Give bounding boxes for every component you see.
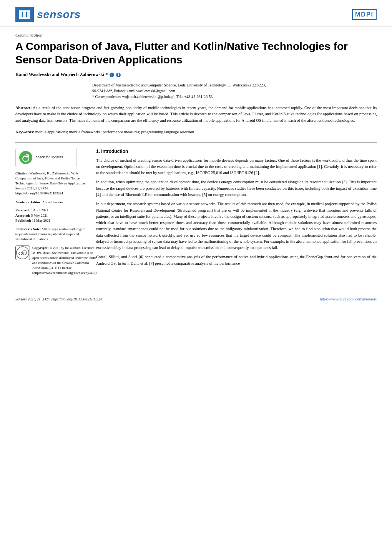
keywords-label: Keywords: <box>15 130 34 134</box>
mdpi-logo-text: MDPI <box>352 9 377 20</box>
published-line: Published: 11 May 2021 <box>15 218 88 224</box>
authors-line: Kamil Wasilewski and Wojciech Zabierowsk… <box>15 72 377 78</box>
affiliation-block: Department of Microelectronic and Comput… <box>92 82 377 100</box>
svg-text:i: i <box>23 251 24 255</box>
section1-heading: 1. Introduction <box>96 148 377 155</box>
academic-editor-block: Academic Editor: Ahmet Kondoz <box>15 200 88 205</box>
header: sensors MDPI <box>0 0 392 27</box>
sensors-logo-box <box>15 7 34 22</box>
section1-number: 1. <box>96 149 100 154</box>
copyright-text: Copyright: © 2021 by the authors. Licens… <box>32 245 98 275</box>
footer-citation: Sensors 2021, 21, 3324. https://doi.org/… <box>15 297 102 301</box>
cc-svg: cc i <box>16 245 30 260</box>
orcid-icon-2: i <box>116 73 121 77</box>
page-footer: Sensors 2021, 21, 3324. https://doi.org/… <box>0 294 392 304</box>
svg-point-9 <box>22 250 27 255</box>
affiliation-line2: 90-924 Łódź, Poland; kamil.wasilewskki@g… <box>92 88 377 94</box>
orcid-icon-1: i <box>110 73 114 77</box>
copyright-label: Copyright: <box>32 246 49 250</box>
cc-icon: cc i <box>15 245 30 260</box>
authors-text: Kamil Wasilewski and Wojciech Zabierowsk… <box>15 72 108 77</box>
accepted-date: 5 May 2021 <box>31 214 48 217</box>
svg-rect-5 <box>19 17 30 19</box>
section1-para4: Corral, Sillitti, and Succi [6] conducte… <box>96 254 377 267</box>
check-updates-text: check for updates <box>36 155 63 160</box>
section1-title: Introduction <box>101 149 128 154</box>
received-date: 6 April 2021 <box>31 208 48 212</box>
article-type: Communication <box>15 33 377 37</box>
publisher-logo: MDPI <box>352 9 377 20</box>
cc-license-block: cc i Copyright: © 2021 by the authors. L… <box>15 245 88 275</box>
section1-para1: The choice of method of creating sensor … <box>96 158 377 176</box>
keywords-section: Keywords: mobile applications; mobile fr… <box>15 129 377 135</box>
article-title: A Comparison of Java, Flutter and Kotlin… <box>15 40 377 66</box>
received-label: Received: <box>15 208 30 212</box>
abstract-section: Abstract: As a result of the continuous … <box>15 105 377 124</box>
citation-block: Citation: Wasilewski, K.; Zabierowski, W… <box>15 171 88 196</box>
affiliation-line3: * Correspondence: wojciech.zabierowskki@… <box>92 94 377 100</box>
journal-name: sensors <box>37 8 81 21</box>
academic-editor-name: Ahmet Kondoz <box>42 200 63 204</box>
left-column: check for updates Citation: Wasilewski, … <box>15 148 88 279</box>
published-date: 11 May 2021 <box>32 219 50 222</box>
section1-para3: In our department, we research systems b… <box>96 201 377 251</box>
affiliation-line1: Department of Microelectronic and Comput… <box>92 82 377 88</box>
main-content: Communication A Comparison of Java, Flut… <box>0 27 392 286</box>
sensors-logo-svg <box>18 9 32 20</box>
citation-label: Citation: <box>15 171 29 175</box>
journal-logo-group: sensors <box>15 7 81 22</box>
received-line: Received: 6 April 2021 <box>15 208 88 213</box>
publisher-note-block: Publisher's Note: MDPI stays neutral wit… <box>15 227 88 242</box>
copyright-body: © 2021 by the authors. Licensee MDPI, Ba… <box>32 246 98 275</box>
accepted-line: Accepted: 5 May 2021 <box>15 213 88 219</box>
svg-point-6 <box>19 151 32 164</box>
two-column-layout: check for updates Citation: Wasilewski, … <box>15 148 377 279</box>
keywords-text: mobile applications; mobile frameworks; … <box>35 130 194 134</box>
academic-editor-label: Academic Editor: <box>15 200 42 204</box>
publisher-note-label: Publisher's Note: <box>15 227 41 231</box>
check-updates-icon <box>19 151 33 164</box>
check-for-updates-badge[interactable]: check for updates <box>15 148 77 167</box>
svg-rect-4 <box>19 10 30 12</box>
check-updates-svg <box>19 151 33 164</box>
section-divider <box>15 142 377 143</box>
published-label: Published: <box>15 219 31 222</box>
right-column: 1. Introduction The choice of method of … <box>96 148 377 279</box>
footer-url: https://www.mdpi.com/journal/sensors <box>320 297 377 301</box>
accepted-label: Accepted: <box>15 214 30 217</box>
abstract-text: As a result of the continuous progress a… <box>15 106 377 123</box>
abstract-label: Abstract: <box>15 106 32 110</box>
dates-block: Received: 6 April 2021 Accepted: 5 May 2… <box>15 208 88 224</box>
page: sensors MDPI Communication A Comparison … <box>0 0 392 554</box>
section1-para2: In addition, when optimizing the applica… <box>96 179 377 198</box>
